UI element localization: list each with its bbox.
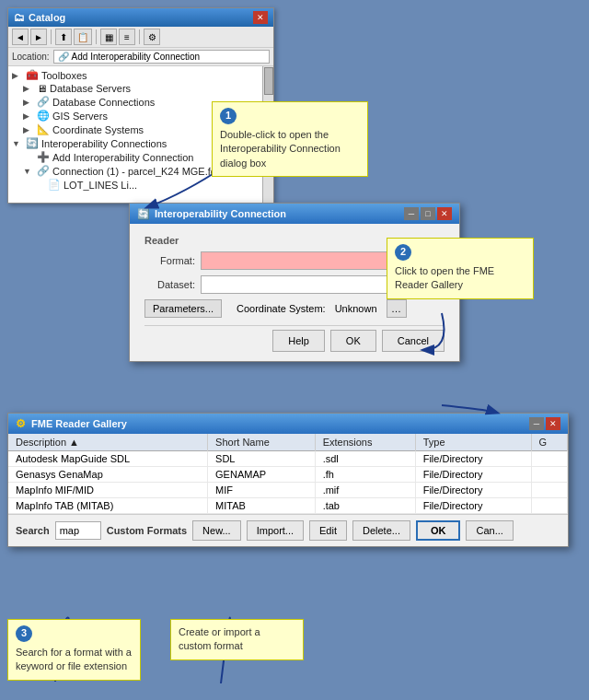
search-input[interactable] — [55, 521, 101, 540]
edit-button[interactable]: Edit — [309, 520, 347, 541]
location-value: 🔗 Add Interoperability Connection — [53, 50, 270, 64]
toolbar-separator — [51, 29, 52, 44]
cell-short-name: GENAMAP — [208, 467, 316, 483]
scrollbar-thumb[interactable] — [264, 67, 273, 95]
cell-type: File/Directory — [415, 467, 531, 483]
db-connections-icon: 🔗 — [37, 96, 50, 108]
grid-view-button[interactable]: ▦ — [100, 29, 117, 45]
forward-button[interactable]: ► — [30, 29, 47, 45]
fme-titlebar: ⚙ FME Reader Gallery ─ ✕ — [8, 414, 568, 434]
lot-lines-icon: 📄 — [48, 179, 61, 191]
col-g[interactable]: G — [531, 434, 567, 451]
tree-label: GIS Servers — [52, 111, 108, 122]
fme-ok-button[interactable]: OK — [416, 520, 461, 541]
fme-table-container: Description ▲ Short Name Extensions Type… — [8, 434, 568, 514]
callout2-number: 2 — [395, 244, 411, 261]
location-text: Add Interoperability Connection — [72, 52, 201, 62]
up-button[interactable]: ⬆ — [55, 29, 72, 45]
tree-label: Coordinate Systems — [52, 124, 144, 135]
cell-extensions: .tab — [315, 498, 415, 514]
expander: ▶ — [12, 71, 23, 80]
expander: ▶ — [23, 125, 34, 134]
cell-type: File/Directory — [415, 483, 531, 498]
catalog-toolbar: ◄ ► ⬆ 📋 ▦ ≡ ⚙ — [8, 27, 273, 48]
fme-reader-gallery: ⚙ FME Reader Gallery ─ ✕ Description ▲ S… — [7, 413, 569, 547]
parameters-button[interactable]: Parameters... — [144, 299, 222, 318]
catalog-close-button[interactable]: ✕ — [253, 11, 268, 24]
expander: ▼ — [23, 167, 34, 176]
cell-type: File/Directory — [415, 498, 531, 514]
col-short-name[interactable]: Short Name — [208, 434, 316, 451]
back-button[interactable]: ◄ — [12, 29, 29, 45]
table-row[interactable]: Autodesk MapGuide SDL SDL .sdl File/Dire… — [8, 451, 568, 467]
catalog-icon: 🗂 — [14, 11, 25, 24]
tree-label: Database Connections — [52, 97, 155, 108]
interop-minimize[interactable]: ─ — [404, 207, 419, 220]
fme-close[interactable]: ✕ — [546, 417, 560, 430]
tree-item-lot-lines[interactable]: 📄 LOT_LINES Li... — [32, 178, 271, 192]
interop-icon: 🔄 — [26, 137, 39, 149]
coord-system-label: Coordinate System: — [237, 303, 326, 314]
tree-label: Interoperability Connections — [41, 138, 167, 149]
coord-browse-button[interactable]: … — [387, 299, 407, 318]
table-row[interactable]: MapInfo TAB (MITAB) MITAB .tab File/Dire… — [8, 498, 568, 514]
toolbar-separator2 — [96, 29, 97, 44]
add-interop-icon: ➕ — [37, 151, 50, 163]
table-row[interactable]: Genasys GenaMap GENAMAP .fh File/Directo… — [8, 467, 568, 483]
cell-extensions: .fh — [315, 467, 415, 483]
toolboxes-icon: 🧰 — [26, 69, 39, 81]
expander: ▶ — [23, 98, 34, 107]
cancel-button[interactable]: Cancel — [382, 330, 445, 352]
delete-button[interactable]: Delete... — [352, 520, 410, 541]
fme-cancel-button[interactable]: Can... — [466, 520, 513, 541]
col-type[interactable]: Type — [415, 434, 531, 451]
table-row[interactable]: MapInfo MIF/MID MIF .mif File/Directory — [8, 483, 568, 498]
help-button[interactable]: Help — [272, 330, 325, 352]
coord-row: Parameters... Coordinate System: Unknown… — [144, 299, 445, 318]
callout3-number: 3 — [16, 625, 32, 642]
toolbar-separator3 — [139, 29, 140, 44]
tree-label: Add Interoperability Connection — [52, 152, 193, 163]
col-extensions[interactable]: Extensions — [315, 434, 415, 451]
new-button[interactable]: New... — [192, 520, 241, 541]
interop-maximize[interactable]: □ — [421, 207, 435, 220]
expander: ▶ — [23, 111, 34, 121]
expander: ▼ — [12, 139, 23, 148]
tree-label: Connection (1) - parcel_K24 MGE.fdl — [52, 166, 218, 177]
connection1-icon: 🔗 — [37, 165, 50, 177]
cell-short-name: MITAB — [208, 498, 316, 514]
cell-g — [531, 451, 567, 467]
cell-g — [531, 483, 567, 498]
format-input[interactable] — [201, 251, 393, 270]
interop-close[interactable]: ✕ — [437, 207, 452, 220]
fme-table: Description ▲ Short Name Extensions Type… — [8, 434, 568, 514]
options-button[interactable]: ⚙ — [144, 29, 160, 45]
dataset-input[interactable] — [201, 275, 393, 294]
cell-g — [531, 467, 567, 483]
cell-description: Autodesk MapGuide SDL — [8, 451, 208, 467]
location-icon: 🔗 — [58, 52, 69, 62]
tree-item-db-servers[interactable]: ▶ 🖥 Database Servers — [21, 82, 271, 95]
cell-description: MapInfo MIF/MID — [8, 483, 208, 498]
list-view-button[interactable]: ≡ — [119, 29, 135, 45]
coord-systems-icon: 📐 — [37, 123, 50, 135]
cell-extensions: .mif — [315, 483, 415, 498]
callout3b-text: Create or import a custom format — [179, 626, 260, 651]
fme-minimize[interactable]: ─ — [529, 417, 544, 430]
cell-description: Genasys GenaMap — [8, 467, 208, 483]
tree-item-toolboxes[interactable]: ▶ 🧰 Toolboxes — [10, 68, 271, 82]
import-button[interactable]: Import... — [247, 520, 304, 541]
tree-label: LOT_LINES Li... — [64, 180, 137, 191]
fme-title: FME Reader Gallery — [31, 418, 127, 429]
db-servers-icon: 🖥 — [37, 83, 47, 94]
copy-button[interactable]: 📋 — [74, 29, 92, 45]
tree-label: Database Servers — [50, 83, 131, 94]
cell-short-name: SDL — [208, 451, 316, 467]
col-description[interactable]: Description ▲ — [8, 434, 208, 451]
expander: ▶ — [23, 84, 34, 93]
dataset-label: Dataset: — [144, 279, 195, 290]
interop-dialog-title: Interoperability Connection — [155, 208, 286, 219]
fme-icon: ⚙ — [16, 417, 26, 430]
ok-button[interactable]: OK — [330, 330, 376, 352]
catalog-titlebar: 🗂 Catalog ✕ — [8, 8, 273, 27]
